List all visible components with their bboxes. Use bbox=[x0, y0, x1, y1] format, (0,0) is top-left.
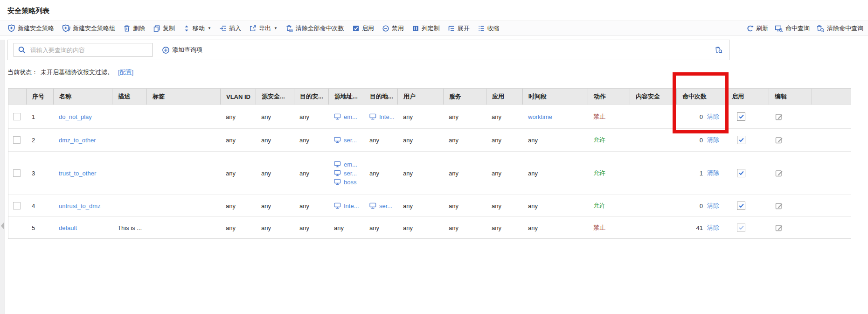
row-seq: 3 bbox=[32, 170, 35, 177]
policy-name-link[interactable]: default bbox=[59, 224, 77, 231]
toolbar-item-export[interactable]: 导出▼ bbox=[249, 24, 278, 33]
toolbar-item-insert[interactable]: 插入 bbox=[219, 24, 241, 33]
cell-hit-count: 0清除 bbox=[676, 195, 726, 216]
cell-service: any bbox=[443, 105, 486, 128]
policy-name-link[interactable]: trust_to_other bbox=[59, 170, 96, 177]
collapse-panel-handle[interactable] bbox=[1, 223, 4, 229]
cell-application: any bbox=[486, 217, 522, 238]
cell-src-zone: any bbox=[256, 105, 294, 128]
toolbar-item-delete[interactable]: 删除 bbox=[123, 24, 145, 33]
cell-content-security bbox=[630, 152, 676, 195]
policy-name-link[interactable]: do_not_play bbox=[59, 113, 92, 120]
cell-seq: 4 bbox=[26, 195, 53, 216]
status-message: 未开启基础协议报文过滤。 bbox=[41, 68, 113, 77]
toolbar-item-hit-query[interactable]: 命中查询 bbox=[775, 24, 810, 33]
cell-filler bbox=[812, 105, 851, 128]
address-object-link[interactable]: ser... bbox=[369, 202, 392, 209]
cell-time-range: worktime bbox=[522, 105, 588, 128]
cell-seq: 5 bbox=[26, 217, 53, 238]
toolbar-item-refresh[interactable]: 刷新 bbox=[746, 24, 768, 33]
toolbar-item-label: 清除全部命中次数 bbox=[296, 24, 344, 33]
column-header-edit: 编辑 bbox=[769, 89, 812, 105]
cell-src-zone: any bbox=[256, 152, 294, 195]
column-header-action: 动作 bbox=[588, 89, 630, 105]
search-input[interactable] bbox=[29, 46, 148, 54]
column-header-vlan-id: VLAN ID bbox=[220, 89, 256, 105]
toolbar-item-move[interactable]: 移动▼ bbox=[183, 24, 211, 33]
policy-name-link[interactable]: untrust_to_dmz bbox=[59, 202, 101, 209]
cell-filler bbox=[812, 152, 851, 195]
config-link[interactable]: [配置] bbox=[118, 68, 133, 77]
cell-action: 禁止 bbox=[588, 217, 630, 238]
cell-seq: 2 bbox=[26, 129, 53, 151]
row-seq: 1 bbox=[32, 113, 35, 120]
enable-checkbox[interactable] bbox=[737, 202, 745, 210]
column-header-user: 用户 bbox=[397, 89, 443, 105]
toolbar-item-collapse[interactable]: 收缩 bbox=[478, 24, 500, 33]
clear-hits-link[interactable]: 清除 bbox=[707, 223, 719, 232]
cell-hit-count: 0清除 bbox=[676, 105, 726, 128]
column-header-src-address: 源地址... bbox=[328, 89, 364, 105]
clear-hits-link[interactable]: 清除 bbox=[707, 112, 719, 121]
cell-action: 禁止 bbox=[588, 105, 630, 128]
copy-icon bbox=[153, 25, 160, 32]
trash-icon bbox=[123, 25, 131, 32]
toolbar-item-label: 清除命中查询 bbox=[827, 24, 863, 33]
toolbar-item-copy[interactable]: 复制 bbox=[153, 24, 175, 33]
host-icon bbox=[334, 161, 341, 167]
enable-checkbox[interactable] bbox=[737, 169, 745, 177]
cell-tag bbox=[146, 195, 220, 216]
address-object-link[interactable]: ser... bbox=[334, 137, 357, 144]
enable-checkbox[interactable] bbox=[737, 223, 745, 232]
row-select-checkbox[interactable] bbox=[13, 202, 21, 209]
toolbar-item-label: 插入 bbox=[229, 24, 241, 33]
clear-hits-link[interactable]: 清除 bbox=[707, 169, 719, 177]
toolbar-item-enable[interactable]: 启用 bbox=[352, 24, 374, 33]
edit-button[interactable] bbox=[775, 202, 783, 210]
cell-src-zone: any bbox=[256, 129, 294, 151]
clear-query-button[interactable] bbox=[715, 46, 723, 54]
time-range-link[interactable]: worktime bbox=[528, 113, 552, 120]
edit-button[interactable] bbox=[775, 136, 783, 144]
toolbar-item-new-policy-group[interactable]: 新建安全策略组 bbox=[62, 24, 115, 33]
address-object-link[interactable]: ser... bbox=[334, 170, 357, 177]
shield-plus-icon bbox=[7, 24, 15, 32]
host-icon bbox=[369, 202, 376, 209]
toolbar-item-label: 新建安全策略 bbox=[18, 24, 54, 33]
address-object-link[interactable]: boss bbox=[334, 179, 356, 186]
cell-tag bbox=[146, 105, 220, 128]
toolbar-item-customize-columns[interactable]: 列定制 bbox=[412, 24, 440, 33]
toolbar-item-new-policy[interactable]: 新建安全策略 bbox=[7, 24, 54, 33]
enable-checkbox[interactable] bbox=[737, 112, 745, 121]
toolbar-item-expand[interactable]: 展开 bbox=[448, 24, 470, 33]
cell-action: 允许 bbox=[588, 129, 630, 151]
policy-name-link[interactable]: dmz_to_other bbox=[59, 137, 96, 144]
toolbar: 新建安全策略新建安全策略组删除复制移动▼插入导出▼00清除全部命中次数启用禁用列… bbox=[0, 21, 868, 36]
edit-button[interactable] bbox=[775, 113, 783, 121]
row-select-checkbox[interactable] bbox=[13, 136, 21, 144]
edit-button[interactable] bbox=[775, 169, 783, 177]
enable-checkbox[interactable] bbox=[737, 136, 745, 144]
column-header-enabled: 启用 bbox=[726, 89, 769, 105]
cell-application: any bbox=[486, 105, 522, 128]
toolbar-item-disable[interactable]: 禁用 bbox=[382, 24, 404, 33]
row-select-checkbox[interactable] bbox=[13, 169, 21, 177]
host-icon bbox=[334, 137, 341, 143]
host-icon bbox=[334, 179, 341, 185]
clear-hits-link[interactable]: 清除 bbox=[707, 136, 719, 144]
address-object-link[interactable]: Inte... bbox=[369, 113, 395, 120]
toolbar-item-clear-hit-query[interactable]: 清除命中查询 bbox=[816, 24, 863, 33]
clear-hits-link[interactable]: 清除 bbox=[707, 202, 719, 210]
add-query-button[interactable]: 添加查询项 bbox=[162, 46, 202, 54]
toolbar-item-clear-all-hits[interactable]: 00清除全部命中次数 bbox=[285, 24, 344, 33]
expand-list-icon bbox=[448, 25, 455, 32]
address-object-link[interactable]: em... bbox=[334, 113, 357, 120]
address-object-link[interactable]: em... bbox=[334, 161, 357, 168]
edit-button[interactable] bbox=[775, 224, 783, 232]
screen-search-icon bbox=[775, 25, 783, 32]
search-box[interactable] bbox=[14, 43, 153, 57]
address-object-link[interactable]: Inte... bbox=[334, 202, 359, 209]
action-label: 允许 bbox=[593, 202, 605, 210]
host-icon bbox=[334, 202, 341, 209]
row-select-checkbox[interactable] bbox=[13, 113, 21, 120]
